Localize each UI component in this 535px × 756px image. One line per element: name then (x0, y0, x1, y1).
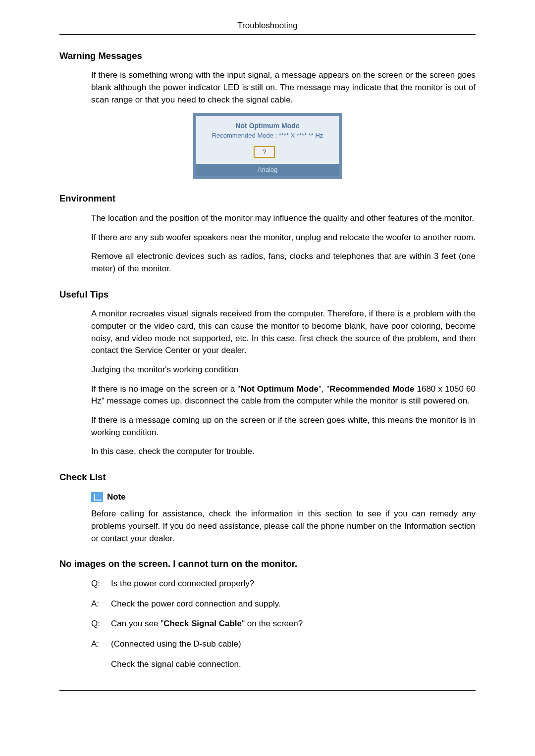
qa-text: Can you see "Check Signal Cable" on the … (111, 618, 476, 630)
qa-text: Is the power cord connected properly? (111, 578, 476, 590)
qa-text-pre: Can you see " (111, 619, 163, 628)
qa-text-bold: Check Signal Cable (163, 619, 242, 628)
osd-help-button: ? (254, 146, 275, 158)
osd-inner: Not Optimum Mode Recommended Mode : ****… (196, 116, 339, 164)
osd-figure: Not Optimum Mode Recommended Mode : ****… (59, 113, 476, 179)
qa-subtext: Check the signal cable connection. (111, 658, 476, 671)
checklist-note-body: Before calling for assistance, check the… (91, 508, 476, 545)
tips-p3: If there is no image on the screen or a … (91, 383, 476, 407)
heading-useful-tips: Useful Tips (59, 288, 476, 302)
bottom-rule (59, 690, 476, 691)
osd-dialog: Not Optimum Mode Recommended Mode : ****… (193, 113, 342, 179)
page-header: Troubleshooting (59, 20, 476, 35)
environment-p2: If there are any sub woofer speakers nea… (91, 232, 476, 244)
qa-row: A: Check the power cord connection and s… (91, 598, 476, 610)
page-header-title: Troubleshooting (237, 21, 297, 30)
qa-text: (Connected using the D-sub cable) (111, 638, 476, 651)
qa-row: A: (Connected using the D-sub cable) (91, 638, 476, 651)
osd-button-row: ? (199, 146, 336, 158)
tips-p2: Judging the monitor's working condition (91, 364, 476, 376)
tips-p3-bold1: Not Optimum Mode (240, 384, 319, 394)
environment-p1: The location and the position of the mon… (91, 212, 476, 225)
note-row: Note (91, 491, 476, 504)
tips-p3-pre: If there is no image on the screen or a … (91, 384, 240, 394)
qa-label: Q: (91, 618, 111, 630)
osd-line-recommended: Recommended Mode : **** X **** ** Hz (199, 131, 336, 141)
osd-footer-analog: Analog (196, 164, 339, 176)
tips-p3-mid: ", " (319, 384, 329, 394)
warning-body: If there is something wrong with the inp… (91, 69, 476, 106)
heading-environment: Environment (59, 192, 476, 205)
tips-p5: In this case, check the computer for tro… (91, 446, 476, 458)
environment-p3: Remove all electronic devices such as ra… (91, 251, 476, 275)
tips-p1: A monitor recreates visual signals recei… (91, 308, 476, 357)
qa-text: Check the power cord connection and supp… (111, 598, 476, 610)
qa-row: Q: Can you see "Check Signal Cable" on t… (91, 618, 476, 630)
tips-p3-bold2: Recommended Mode (329, 384, 414, 394)
qa-label: A: (91, 638, 111, 651)
note-label: Note (107, 491, 126, 504)
qa-label: Q: (91, 578, 111, 590)
qa-text-post: " on the screen? (242, 619, 303, 628)
osd-line-not-optimum: Not Optimum Mode (199, 121, 336, 131)
heading-warning-messages: Warning Messages (59, 50, 476, 63)
qa-list: Q: Is the power cord connected properly?… (91, 578, 476, 651)
qa-row: Q: Is the power cord connected properly? (91, 578, 476, 590)
note-icon (91, 492, 103, 502)
tips-p4: If there is a message coming up on the s… (91, 414, 476, 439)
heading-check-list: Check List (59, 471, 476, 484)
heading-no-images: No images on the screen. I cannot turn o… (59, 557, 476, 571)
qa-label: A: (91, 598, 111, 610)
